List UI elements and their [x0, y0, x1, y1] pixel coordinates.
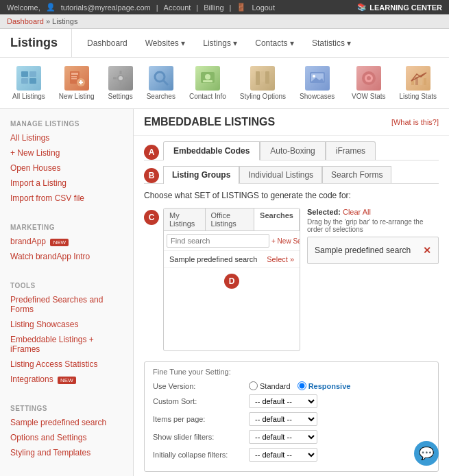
svg-point-31 — [367, 76, 371, 80]
lp-tab-searches[interactable]: Searches — [254, 209, 300, 230]
account-link[interactable]: Account — [164, 3, 191, 12]
items-per-page-select[interactable]: -- default -- — [249, 412, 317, 426]
predefined-item-container: Sample predefined search Select » D — [164, 251, 300, 268]
sidebar-listing-showcases[interactable]: Listing Showcases — [0, 317, 133, 332]
svg-line-18 — [163, 80, 168, 85]
svg-rect-7 — [71, 78, 77, 80]
lp-tab-my-listings[interactable]: My Listings — [164, 209, 206, 230]
tab-individual-listings[interactable]: Individual Listings — [239, 166, 322, 183]
tab-listing-groups[interactable]: Listing Groups — [163, 166, 239, 184]
listing-stats-label: Listing Stats — [400, 93, 437, 100]
icon-listing-stats[interactable]: Listing Stats — [394, 63, 442, 103]
use-version-label: Use Version: — [153, 382, 249, 390]
vow-stats-icon — [356, 66, 381, 91]
user-icon: 👤 — [46, 3, 56, 12]
showcases-label: Showcases — [300, 93, 335, 100]
what-is-this-link[interactable]: [What is this?] — [391, 118, 439, 126]
new-listing-icon — [64, 66, 89, 91]
breadcrumb-dashboard[interactable]: Dashboard — [7, 17, 44, 25]
fine-tune-title: Fine Tune your Setting: — [153, 368, 430, 376]
sidebar-integrations[interactable]: Integrations NEW — [0, 372, 133, 387]
listings-area: C My Listings Office Listings Searches +… — [134, 204, 449, 355]
right-panel: Selected: Clear All Drag by the 'grip ba… — [307, 208, 439, 351]
icon-showcases[interactable]: Showcases — [294, 63, 340, 103]
tab-search-forms[interactable]: Search Forms — [322, 166, 391, 183]
close-icon[interactable]: ✕ — [423, 245, 431, 256]
fine-tune: Fine Tune your Setting: Use Version: Sta… — [144, 361, 439, 472]
standard-radio-label[interactable]: Standard — [249, 381, 291, 390]
responsive-radio[interactable] — [298, 381, 306, 390]
icon-new-listing[interactable]: New Listing — [53, 63, 100, 103]
welcome-text: Welcome, — [7, 3, 40, 12]
user-email[interactable]: tutorials@myrealpage.com — [61, 3, 151, 12]
custom-sort-select[interactable]: -- default -- — [249, 394, 317, 408]
icon-contact-info[interactable]: Contact Info — [184, 63, 232, 103]
nav-statistics[interactable]: Statistics ▾ — [304, 32, 359, 55]
standard-radio[interactable] — [249, 381, 258, 390]
tab-iframes[interactable]: iFrames — [326, 141, 376, 160]
styling-options-label: Styling Options — [240, 93, 286, 100]
lp-tab-office[interactable]: Office Listings — [206, 209, 255, 230]
svg-rect-1 — [29, 71, 36, 77]
nav-contacts[interactable]: Contacts ▾ — [247, 32, 302, 55]
nav-dashboard[interactable]: Dashboard — [79, 32, 136, 55]
sidebar-all-listings[interactable]: All Listings — [0, 130, 133, 145]
collapse-filters-select[interactable]: -- default -- — [249, 448, 317, 462]
sidebar-listing-access[interactable]: Listing Access Statistics — [0, 357, 133, 372]
chat-bubble[interactable]: 💬 — [414, 441, 439, 466]
show-slider-select[interactable]: -- default -- — [249, 430, 317, 444]
icon-vow-stats[interactable]: VOW Stats — [346, 63, 391, 103]
sidebar: MANAGE LISTINGS All Listings + New Listi… — [0, 109, 134, 476]
billing-link[interactable]: Billing — [204, 3, 223, 12]
responsive-radio-label[interactable]: Responsive — [298, 381, 351, 390]
svg-point-17 — [155, 72, 165, 82]
nav-websites[interactable]: Websites ▾ — [137, 32, 193, 55]
svg-rect-0 — [21, 71, 28, 77]
use-version-row: Use Version: Standard Responsive — [153, 381, 430, 390]
top-bar: Welcome, 👤 tutorials@myrealpage.com | Ac… — [0, 0, 449, 14]
sidebar-predefined-searches[interactable]: Predefined Searches and Forms — [0, 292, 133, 317]
icon-toolbar: All Listings New Listing Settings Search… — [0, 58, 449, 109]
sidebar-import-listing[interactable]: Import a Listing — [0, 176, 133, 191]
sidebar-open-houses[interactable]: Open Houses — [0, 160, 133, 176]
svg-rect-6 — [71, 76, 77, 78]
custom-sort-row: Custom Sort: -- default -- — [153, 394, 430, 408]
sidebar-new-listing[interactable]: + New Listing — [0, 145, 133, 160]
logout-link[interactable]: Logout — [252, 3, 275, 12]
welcome-area: Welcome, 👤 tutorials@myrealpage.com | Ac… — [7, 3, 275, 12]
contact-info-label: Contact Info — [189, 93, 226, 100]
svg-rect-23 — [260, 71, 265, 82]
svg-rect-2 — [21, 78, 28, 84]
collapse-filters-row: Initially collapse filters: -- default -… — [153, 448, 430, 462]
learning-center[interactable]: 📚 LEARNING CENTER — [357, 3, 442, 12]
breadcrumb-current: Listings — [52, 17, 77, 25]
clear-all-link[interactable]: Clear All — [343, 208, 371, 216]
nav-listings[interactable]: Listings ▾ — [195, 32, 245, 55]
sidebar-import-csv[interactable]: Import from CSV file — [0, 191, 133, 206]
icon-settings[interactable]: Settings — [103, 63, 138, 103]
tab-embeddable-codes[interactable]: Embeddable Codes — [163, 141, 260, 160]
sidebar-options-settings[interactable]: Options and Settings — [0, 430, 133, 445]
select-link[interactable]: Select » — [267, 255, 294, 263]
show-slider-row: Show slider filters: -- default -- — [153, 430, 430, 444]
sidebar-embeddable[interactable]: Embeddable Listings + iFrames — [0, 332, 133, 357]
content-wrapper: MANAGE LISTINGS All Listings + New Listi… — [0, 109, 449, 476]
drag-hint: Drag by the 'grip bar' to re-arrange the… — [307, 218, 439, 233]
items-per-page-label: Items per page: — [153, 415, 249, 423]
icon-all-listings[interactable]: All Listings — [7, 63, 51, 103]
new-search-link[interactable]: + New Search — [271, 237, 300, 245]
sidebar-brandapp[interactable]: brandApp NEW — [0, 234, 133, 249]
icon-searches[interactable]: Searches — [141, 63, 181, 103]
nav-items: Dashboard Websites ▾ Listings ▾ Contacts… — [79, 32, 359, 55]
sidebar-marketing: MARKETING brandApp NEW Watch brandApp In… — [0, 213, 133, 271]
sidebar-photo-contact[interactable]: Sample predefined search — [0, 415, 133, 430]
logout-icon: 🚪 — [236, 3, 246, 12]
tab-auto-boxing[interactable]: Auto-Boxing — [260, 141, 325, 160]
icon-styling-options[interactable]: Styling Options — [234, 63, 291, 103]
search-input[interactable] — [167, 234, 269, 248]
sidebar-brandapp-intro[interactable]: Watch brandApp Intro — [0, 249, 133, 264]
tabs-a: Embeddable Codes Auto-Boxing iFrames — [163, 141, 439, 160]
svg-rect-13 — [119, 71, 121, 74]
sidebar-styling-templates[interactable]: Styling and Templates — [0, 445, 133, 460]
sidebar-marketing-title: MARKETING — [0, 219, 133, 234]
